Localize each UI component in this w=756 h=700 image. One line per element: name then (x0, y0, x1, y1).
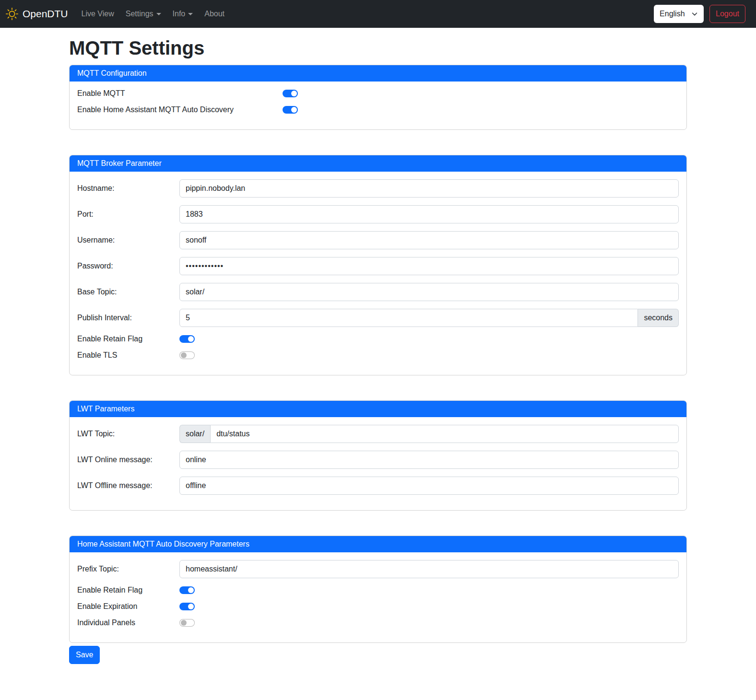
form-row: Enable Retain Flag (77, 335, 679, 343)
card-header: MQTT Broker Parameter (70, 155, 686, 172)
individual-panels-toggle[interactable] (179, 619, 195, 627)
card-header: MQTT Configuration (70, 65, 686, 82)
password-input[interactable] (179, 257, 679, 275)
field-label: Enable Expiration (77, 602, 179, 611)
nav-item-live-view[interactable]: Live View (78, 6, 118, 22)
field-label: Port: (77, 210, 179, 219)
mqtt-configuration-card: MQTT Configuration Enable MQTT Enable Ho… (69, 65, 687, 130)
form-row: Enable Home Assistant MQTT Auto Discover… (77, 105, 679, 114)
form-row: LWT Online message: (77, 451, 679, 469)
brand-label: OpenDTU (23, 8, 68, 20)
seconds-addon: seconds (638, 309, 679, 327)
lwt-offline-input[interactable] (179, 477, 679, 495)
form-row: Base Topic: (77, 283, 679, 301)
page-title: MQTT Settings (69, 37, 687, 59)
brand-link[interactable]: OpenDTU (6, 8, 68, 20)
lwt-online-input[interactable] (179, 451, 679, 469)
lwt-topic-prefix-addon: solar/ (179, 425, 210, 443)
enable-expiration-toggle[interactable] (179, 603, 195, 610)
form-row: Enable Retain Flag (77, 586, 679, 595)
field-label: Username: (77, 236, 179, 245)
card-header: Home Assistant MQTT Auto Discovery Param… (70, 536, 686, 552)
hass-retain-flag-toggle[interactable] (179, 586, 195, 594)
save-button[interactable]: Save (69, 646, 100, 664)
enable-hass-discovery-toggle[interactable] (283, 106, 298, 114)
nav-item-settings[interactable]: Settings (122, 6, 165, 22)
lwt-topic-input[interactable] (210, 425, 679, 443)
field-label: Enable Retain Flag (77, 586, 179, 595)
field-label: Hostname: (77, 184, 179, 193)
form-row: LWT Offline message: (77, 477, 679, 495)
main-content: MQTT Settings MQTT Configuration Enable … (69, 37, 687, 675)
form-row: Port: (77, 205, 679, 223)
card-header: LWT Parameters (70, 401, 686, 417)
form-row: Enable MQTT (77, 89, 679, 98)
publish-interval-input[interactable] (179, 309, 638, 327)
form-row: Enable Expiration (77, 602, 679, 611)
field-label: Enable TLS (77, 351, 179, 360)
field-label: Individual Panels (77, 618, 179, 627)
language-value: English (660, 10, 685, 18)
nav-item-info[interactable]: Info (169, 6, 197, 22)
form-row: Individual Panels (77, 618, 679, 627)
field-label: LWT Topic: (77, 430, 179, 438)
enable-mqtt-toggle[interactable] (283, 90, 298, 97)
base-topic-input[interactable] (179, 283, 679, 301)
field-label: LWT Offline message: (77, 481, 179, 490)
field-label: Prefix Topic: (77, 565, 179, 573)
prefix-topic-input[interactable] (179, 560, 679, 578)
field-label: LWT Online message: (77, 455, 179, 464)
hass-discovery-card: Home Assistant MQTT Auto Discovery Param… (69, 536, 687, 643)
broker-retain-flag-toggle[interactable] (179, 335, 195, 343)
form-row: Password: (77, 257, 679, 275)
chevron-down-icon (156, 13, 161, 15)
field-label: Password: (77, 262, 179, 270)
sun-icon (6, 8, 18, 20)
hostname-input[interactable] (179, 179, 679, 198)
form-row: Username: (77, 231, 679, 249)
form-row: Enable TLS (77, 351, 679, 360)
form-row: Hostname: (77, 179, 679, 198)
chevron-down-icon (188, 13, 193, 15)
form-row: LWT Topic: solar/ (77, 425, 679, 443)
navbar: OpenDTU Live View Settings Info About En… (0, 0, 756, 28)
field-label: Enable MQTT (77, 89, 283, 98)
chevron-down-icon (691, 11, 698, 17)
username-input[interactable] (179, 231, 679, 249)
field-label: Enable Home Assistant MQTT Auto Discover… (77, 105, 283, 114)
mqtt-broker-card: MQTT Broker Parameter Hostname: Port: Us… (69, 155, 687, 375)
form-row: Publish Interval: seconds (77, 309, 679, 327)
form-row: Prefix Topic: (77, 560, 679, 578)
lwt-parameters-card: LWT Parameters LWT Topic: solar/ LWT Onl… (69, 400, 687, 511)
nav-item-about[interactable]: About (201, 6, 228, 22)
field-label: Publish Interval: (77, 314, 179, 322)
port-input[interactable] (179, 205, 679, 223)
language-select[interactable]: English (654, 5, 704, 23)
nav-links: Live View Settings Info About (78, 6, 233, 22)
enable-tls-toggle[interactable] (179, 351, 195, 359)
field-label: Enable Retain Flag (77, 335, 179, 343)
logout-button[interactable]: Logout (709, 5, 745, 23)
field-label: Base Topic: (77, 288, 179, 296)
